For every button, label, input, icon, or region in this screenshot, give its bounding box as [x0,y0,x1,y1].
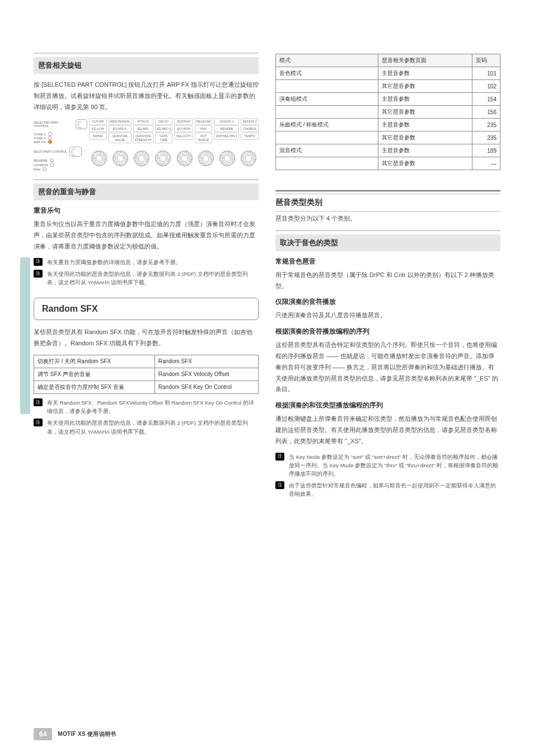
note-drum: 由于这些类型针对常规音色编程，如果与鼓音色一起使用则不一定能获得令人满意的音响效… [289,481,500,498]
sub-normal-arp: 常规音色琶音 [275,257,500,266]
sub-normal-arp-text: 用于常规音色的琶音类型（属于除 DrPC 和 Cntr 以外的类别）有以下 2 … [275,270,500,292]
table-cell: 101 [472,67,500,80]
panel-param-label: ASSIGN 1 [214,118,239,125]
note-tag: 注 [34,398,43,406]
knob-panel-diagram: SELECTED PART CONTROL TONE 1TONE 2ARP FX… [34,118,259,171]
sub-chord-seq-text: 通过检测键盘上所弹奏音符来确定和弦类型，然后播放为与常规音色配合使用而创建的这些… [275,414,500,447]
note-accent-1: 有关重音力度阈值参数的详细信息，请参见参考手册。 [47,258,259,266]
table-cell: 156 [472,106,500,119]
panel-row-led: CHORUS [34,163,87,167]
note-tag: 注 [34,258,43,266]
table-cell: 演奏组模式 [276,93,378,106]
table-cell: 主琶音参数 [378,67,472,80]
led-icon [50,158,54,162]
table-cell: 其它琶音参数 [378,157,472,170]
random-sfx-title: Random SFX [42,304,250,314]
table-cell: 确定是否按音符力度控制 SFX 音量 [34,381,155,393]
selected-part-control-label: SELECTED PART CONTROL [34,121,73,128]
table-row: 混音模式主琶音参数189 [276,144,500,157]
accent-text: 重音乐句仅当以高于重音力度阈值参数中指定值的力度（强度）演奏音符时才会发声，由某… [34,219,259,252]
table-cell: 混音模式 [276,144,378,157]
panel-param-label: EQ MID F [109,125,132,132]
panel-param-label: CHORUS [241,125,259,132]
led-icon [48,140,52,144]
arp-category-heading: 琶音类型类别 [275,198,500,208]
panel-param-label: ASSIGN 2 [241,118,259,125]
table-cell [276,132,378,144]
side-tab [20,257,30,414]
modes-th-num: 页码 [472,54,500,67]
right-column: 模式 琶音相关参数页面 页码 音色模式主琶音参数101其它琶音参数102演奏组模… [275,50,500,502]
random-sfx-table: 切换打开 / 关闭 Random SFXRandom SFX调节 SFX 声音的… [34,355,259,394]
note-tag: 注 [275,481,284,489]
panel-param-label: EQ MID [133,125,153,132]
table-row: 调节 SFX 声音的音量Random SFX Velocity Offset [34,368,259,381]
panel-param-label: RELEASE [195,118,213,125]
knob-icon [155,151,171,166]
panel-row-led: PAN [34,167,87,171]
panel-row-led: ARP FX [34,140,87,144]
panel-row-led: TONE 2 [34,136,87,140]
table-cell: 其它琶音参数 [378,80,472,93]
sub-prog-seq-text: 这些琶音类型具有适合特定和弦类型的几个序列。即使只按一个音符，也将使用编程的序列… [275,340,500,395]
table-cell: — [472,157,500,170]
section-depend-voice: 取决于音色的类型 [275,234,500,251]
led-icon [48,136,52,140]
table-row: 确定是否按音符力度控制 SFX 音量Random SFX Key On Cont… [34,381,259,393]
panel-param-label: PAN [195,125,213,132]
table-cell [276,157,378,170]
panel-param-label: EQ HIGH [174,125,193,132]
panel-row-label: TONE 1 [34,133,46,136]
section-accent-mute: 琶音的重音与静音 [34,184,259,200]
knob-icon [177,151,193,166]
page-number: 64 [34,728,52,740]
table-row: 切换打开 / 关闭 Random SFXRandom SFX [34,355,259,368]
knob-icon [198,151,214,166]
panel-param-label: QUANTIZE STRENGTH [133,133,153,143]
table-row: 其它琶音参数156 [276,106,500,119]
footer-title: MOTIF XS 使用说明书 [58,730,116,738]
note-accent-2: 有关使用此功能的琶音类型的信息，请参见数据列表 2 (PDF) 文档中的琶音类型… [47,270,259,287]
panel-row-label: ARP FX [34,140,46,144]
knob-icon [113,151,128,166]
table-cell [276,106,378,119]
note-random-2: 有关使用此功能的琶音类型的信息，请参见数据列表 2 (PDF) 文档中的琶音类型… [47,419,259,435]
modes-th-mode: 模式 [276,54,378,67]
panel-param-label: CUTOFF [89,118,107,125]
panel-param-label: SWING [89,133,107,139]
table-row: 乐曲模式 / 样板模式主琶音参数235 [276,119,500,132]
knob-icon [219,151,235,166]
knob-icon [134,151,149,166]
selected-part-control-icon [76,119,87,129]
multi-part-control-icon [69,147,82,157]
table-cell: 音色模式 [276,67,378,80]
panel-row-led: TONE 1 [34,132,87,136]
note-tag: 注 [275,453,284,461]
table-cell: 乐曲模式 / 样板模式 [276,119,378,132]
multi-part-control-label: MULTI PART CONTROL [34,150,67,153]
section-arp-knobs: 琶音相关旋钮 [34,57,259,74]
modes-table: 模式 琶音相关参数页面 页码 音色模式主琶音参数101其它琶音参数102演奏组模… [275,54,500,170]
sub-chord-seq: 根据演奏的和弦类型播放编程的序列 [275,401,500,410]
table-cell [276,80,378,93]
panel-param-label: DECAY [155,118,173,125]
table-cell: 其它琶音参数 [378,132,472,144]
note-random-1: 有关 Random SFX、Random SFXVelocity Offset … [47,398,259,415]
panel-row-label: REVERB [34,159,48,162]
table-row: 其它琶音参数102 [276,80,500,93]
panel-param-label: GATE TIME [155,133,173,143]
knob-icon [241,151,256,166]
random-sfx-box: Random SFX [34,298,259,320]
panel-param-label: EQ MID Q [155,125,173,132]
led-icon [50,163,54,167]
table-cell: 235 [472,132,500,144]
table-cell: 主琶音参数 [378,144,472,157]
table-cell: 189 [472,144,500,157]
table-cell: 调节 SFX 声音的音量 [34,368,155,381]
table-row: 演奏组模式主琶音参数154 [276,93,500,106]
panel-param-label: QUANTIZE VALUE [109,133,132,143]
panel-param-label: REVERB [214,125,239,132]
panel-param-label: TEMPO [241,133,259,139]
table-cell: 主琶音参数 [378,119,472,132]
table-cell: Random SFX Key On Control [154,381,258,393]
